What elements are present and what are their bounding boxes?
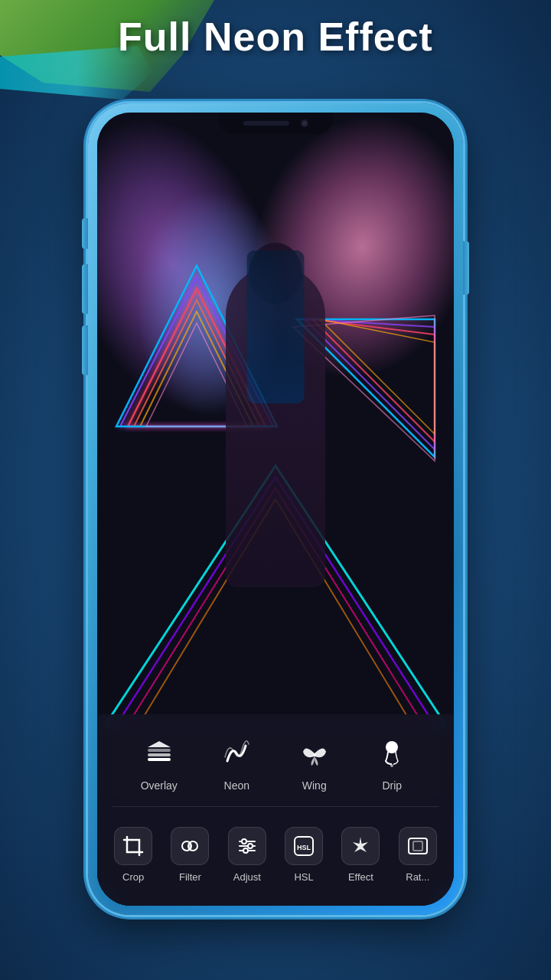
effect-icon — [350, 835, 371, 857]
ratio-tool[interactable]: Rat... — [391, 827, 445, 883]
phone-screen: Overlay Neon — [97, 113, 454, 906]
power-button — [463, 241, 469, 295]
page-title: Full Neon Effect — [0, 14, 551, 60]
filter-label: Filter — [179, 871, 201, 883]
volume-down-button — [82, 325, 88, 375]
crop-icon — [122, 835, 144, 857]
wing-tool[interactable]: Wing — [295, 733, 334, 792]
svg-rect-22 — [127, 840, 139, 852]
wing-label: Wing — [302, 779, 327, 792]
svg-point-29 — [248, 844, 253, 848]
crop-icon-wrap — [114, 827, 152, 865]
neon-tool[interactable]: Neon — [217, 733, 256, 792]
mute-button — [82, 218, 88, 249]
ratio-label: Rat... — [406, 871, 429, 883]
bottom-tool-row: Crop Filter — [97, 807, 454, 899]
drip-label: Drip — [382, 779, 402, 792]
neon-icon — [221, 738, 252, 769]
front-camera — [301, 119, 308, 127]
neon-label: Neon — [224, 779, 249, 792]
hsl-icon: HSL — [293, 835, 315, 857]
notch — [218, 113, 333, 134]
svg-point-20 — [386, 741, 398, 753]
hsl-label: HSL — [294, 871, 313, 883]
top-tool-row: Overlay Neon — [97, 714, 454, 806]
crop-label: Crop — [122, 871, 144, 883]
svg-point-19 — [313, 753, 316, 756]
hsl-icon-wrap: HSL — [285, 827, 323, 865]
neon-icon-wrap — [217, 733, 256, 773]
overlay-label: Overlay — [141, 779, 178, 792]
svg-point-28 — [242, 839, 246, 844]
overlay-icon-wrap — [139, 733, 179, 773]
wing-icon — [299, 738, 330, 769]
svg-marker-8 — [312, 319, 435, 442]
svg-marker-18 — [148, 741, 171, 747]
phone-frame: Overlay Neon — [88, 103, 463, 915]
drip-icon-wrap — [372, 733, 412, 773]
person-silhouette — [226, 266, 325, 587]
filter-tool[interactable]: Filter — [163, 827, 217, 883]
adjust-icon-wrap — [228, 827, 266, 865]
svg-rect-33 — [409, 838, 427, 854]
ratio-icon — [407, 835, 429, 857]
overlay-tool[interactable]: Overlay — [139, 733, 179, 792]
svg-point-21 — [390, 764, 393, 767]
effect-icon-wrap — [341, 827, 380, 865]
layers-icon — [144, 738, 174, 769]
svg-rect-34 — [413, 841, 422, 851]
speaker — [243, 121, 289, 126]
filter-icon — [179, 835, 201, 857]
toolbar: Overlay Neon — [97, 714, 454, 906]
adjust-icon — [236, 835, 258, 857]
adjust-tool[interactable]: Adjust — [220, 827, 274, 883]
volume-up-button — [82, 264, 88, 314]
svg-rect-17 — [148, 758, 171, 761]
wing-icon-wrap — [295, 733, 334, 773]
drip-tool[interactable]: Drip — [372, 733, 412, 792]
effect-label: Effect — [348, 871, 373, 883]
adjust-label: Adjust — [233, 871, 261, 883]
svg-marker-9 — [320, 319, 435, 434]
crop-tool[interactable]: Crop — [106, 827, 160, 883]
svg-text:HSL: HSL — [297, 844, 311, 851]
svg-rect-15 — [148, 749, 171, 752]
photo-canvas: Overlay Neon — [97, 113, 454, 906]
effect-tool[interactable]: Effect — [334, 827, 387, 883]
filter-icon-wrap — [171, 827, 209, 865]
hsl-tool[interactable]: HSL HSL — [277, 827, 331, 883]
svg-point-30 — [243, 848, 248, 853]
drip-icon — [377, 738, 407, 769]
ratio-icon-wrap — [399, 827, 437, 865]
svg-rect-16 — [148, 753, 171, 756]
